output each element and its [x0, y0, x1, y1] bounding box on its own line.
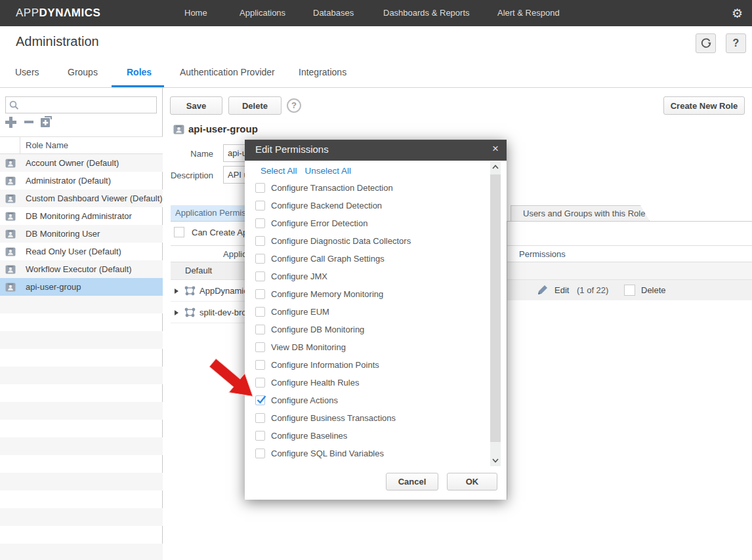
empty-role-row: [0, 367, 163, 384]
empty-role-row: [0, 349, 163, 367]
expand-arrow-icon[interactable]: [175, 289, 178, 294]
nav-databases[interactable]: Databases: [313, 0, 354, 26]
permission-checkbox[interactable]: [255, 271, 265, 281]
unselect-all-link[interactable]: Unselect All: [305, 166, 352, 176]
select-all-link[interactable]: Select All: [261, 166, 297, 176]
expand-arrow-icon[interactable]: [175, 310, 178, 315]
help-button[interactable]: ?: [726, 33, 746, 53]
permission-checkbox[interactable]: [255, 289, 265, 299]
name-label: Name: [157, 149, 213, 159]
edit-permissions-link[interactable]: Edit: [554, 285, 569, 295]
permission-checkbox[interactable]: [255, 378, 265, 388]
role-row[interactable]: DB Monitoring Administrator: [0, 207, 163, 225]
close-icon[interactable]: ×: [492, 142, 499, 155]
logo-app: APP: [16, 7, 39, 19]
permission-row[interactable]: Configure Business Transactions: [255, 411, 472, 429]
remove-role-icon[interactable]: [23, 115, 35, 129]
edit-pencil-icon[interactable]: [537, 285, 548, 296]
tab-users-groups-role[interactable]: Users and Groups with this Role: [511, 205, 650, 221]
role-row[interactable]: Custom Dashboard Viewer (Default): [0, 190, 163, 207]
tab-groups[interactable]: Groups: [68, 67, 98, 77]
nav-applications[interactable]: Applications: [240, 0, 285, 26]
permission-label: Configure JMX: [271, 271, 327, 281]
scroll-up-icon[interactable]: [491, 163, 500, 172]
role-row[interactable]: Read Only User (Default): [0, 243, 163, 260]
modal-title: Edit Permissions: [255, 144, 329, 155]
permission-row[interactable]: View DB Monitoring: [255, 340, 472, 358]
permission-label: View DB Monitoring: [271, 342, 346, 352]
permission-row[interactable]: Configure Diagnostic Data Collectors: [255, 234, 472, 252]
empty-role-row: [0, 313, 163, 331]
permission-row[interactable]: Configure Transaction Detection: [255, 181, 472, 199]
save-button[interactable]: Save: [170, 96, 222, 115]
scroll-down-icon[interactable]: [491, 456, 500, 465]
permission-checkbox[interactable]: [255, 307, 265, 317]
tab-integrations[interactable]: Integrations: [299, 67, 346, 77]
duplicate-role-icon[interactable]: [39, 115, 52, 129]
role-row[interactable]: api-user-group: [0, 278, 163, 296]
permission-checkbox[interactable]: [255, 325, 265, 334]
empty-role-row: [0, 437, 163, 455]
add-role-icon[interactable]: [4, 115, 17, 129]
permission-checkbox[interactable]: [255, 449, 265, 458]
tab-users[interactable]: Users: [15, 67, 39, 77]
context-help-icon[interactable]: ?: [287, 98, 301, 113]
permission-row[interactable]: Configure Memory Monitoring: [255, 287, 472, 305]
permission-row[interactable]: Configure JMX: [255, 270, 472, 287]
can-create-applications-checkbox[interactable]: [174, 227, 184, 237]
nav-dashboards-reports[interactable]: Dashboards & Reports: [383, 0, 470, 26]
permission-row[interactable]: Configure Health Rules: [255, 376, 472, 393]
permissions-edit-row: Edit (1 of 22) Delete: [507, 280, 752, 300]
permission-row[interactable]: Configure Actions: [255, 393, 472, 411]
nav-alert-respond[interactable]: Alert & Respond: [497, 0, 560, 26]
permission-checkbox[interactable]: [255, 236, 265, 246]
create-new-role-button[interactable]: Create New Role: [663, 96, 745, 115]
permission-row[interactable]: Configure SQL Bind Variables: [255, 447, 472, 464]
permission-checkbox[interactable]: [255, 342, 265, 352]
role-badge-icon: [5, 212, 16, 221]
description-label: Description: [157, 170, 213, 180]
role-row[interactable]: DB Monitoring User: [0, 225, 163, 243]
delete-button[interactable]: Delete: [228, 96, 282, 115]
permission-row[interactable]: Configure Call Graph Settings: [255, 252, 472, 270]
permission-label: Configure Actions: [271, 395, 338, 405]
permission-row[interactable]: Configure Backend Detection: [255, 199, 472, 216]
modal-scrollbar[interactable]: [490, 161, 501, 466]
empty-role-row: [0, 420, 163, 437]
permission-row[interactable]: Configure Error Detection: [255, 216, 472, 234]
refresh-button[interactable]: [696, 33, 716, 53]
role-row[interactable]: Account Owner (Default): [0, 154, 163, 172]
permissions-column-header: Permissions: [519, 249, 566, 259]
delete-permissions-checkbox[interactable]: [624, 285, 635, 296]
permission-row[interactable]: Configure EUM: [255, 305, 472, 323]
ok-button[interactable]: OK: [447, 473, 497, 490]
role-search-box[interactable]: [5, 96, 157, 113]
permission-checkbox-checked[interactable]: [255, 395, 265, 405]
role-row[interactable]: Administrator (Default): [0, 172, 163, 190]
scrollbar-thumb[interactable]: [490, 174, 501, 442]
appdynamics-logo[interactable]: APPDYNΛMICS: [16, 0, 100, 26]
permission-checkbox[interactable]: [255, 360, 265, 370]
role-row[interactable]: Workflow Executor (Default): [0, 260, 163, 278]
permission-checkbox[interactable]: [255, 413, 265, 423]
empty-role-row: [0, 455, 163, 473]
permission-label: Configure EUM: [271, 307, 329, 317]
permission-label: Configure DB Monitoring: [271, 325, 364, 334]
permission-checkbox[interactable]: [255, 201, 265, 210]
permission-checkbox[interactable]: [255, 431, 265, 441]
permission-row[interactable]: Configure DB Monitoring: [255, 323, 472, 340]
settings-gear-icon[interactable]: ⚙: [732, 0, 743, 26]
permission-checkbox[interactable]: [255, 254, 265, 264]
cancel-button[interactable]: Cancel: [386, 473, 438, 490]
nav-home[interactable]: Home: [184, 0, 207, 26]
modal-header[interactable]: Edit Permissions ×: [245, 140, 507, 161]
tab-roles[interactable]: Roles: [127, 67, 152, 77]
permissions-table-header: Permissions: [507, 245, 752, 262]
search-input[interactable]: [22, 98, 153, 112]
permission-checkbox[interactable]: [255, 183, 265, 193]
permission-row[interactable]: Configure Baselines: [255, 429, 472, 447]
permission-row[interactable]: Configure Information Points: [255, 358, 472, 376]
tab-authentication-provider[interactable]: Authentication Provider: [180, 67, 275, 77]
permission-label: Configure Diagnostic Data Collectors: [271, 236, 411, 246]
permission-checkbox[interactable]: [255, 218, 265, 228]
